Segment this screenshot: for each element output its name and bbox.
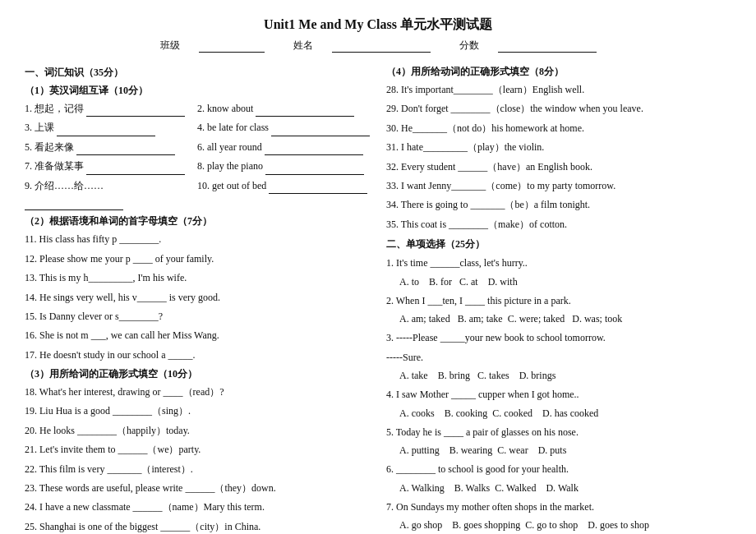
vocab-item-3: 3. 上课 <box>25 119 197 136</box>
letter-item-16: 16. She is not m ___, we can call her Mi… <box>25 327 370 343</box>
vocab-item-9: 9. 介绍……给…… <box>25 177 197 211</box>
page-title: Unit1 Me and My Class 单元水平测试题 <box>25 16 731 34</box>
verb-item-24: 24. I have a new classmate ______（name）M… <box>25 499 370 515</box>
vocab-item-10: 10. get out of bed <box>197 177 370 211</box>
sub2-title: （2）根据语境和单词的首字母填空（7分） <box>25 214 370 228</box>
class-label: 班级 <box>160 39 180 51</box>
left-column: 一、词汇知识（35分） （1）英汉词组互译（10分） 1. 想起，记得 2. k… <box>25 61 378 534</box>
mcq-6-opts: A. Walking B. Walks C. Walked D. Walk <box>399 481 731 496</box>
header-info: 班级 姓名 分数 <box>25 39 731 53</box>
fill-item-30: 30. He_______（not do）his homework at hom… <box>386 120 731 136</box>
sub1-title: （1）英汉词组互译（10分） <box>25 84 370 98</box>
vocab-item-2: 2. know about <box>197 100 370 117</box>
mcq-3-opts: A. take B. bring C. takes D. brings <box>399 368 731 384</box>
sub3-title: （3）用所给词的正确形式填空（10分） <box>25 367 370 381</box>
fill-item-28: 28. It's important________（learn）English… <box>386 81 731 98</box>
vocab-item-7: 7. 准备做某事 <box>25 158 197 174</box>
verb-item-22: 22. This film is very _______（interest）. <box>25 461 370 477</box>
mcq-1-q: 1. It's time ______class, let's hurry.. <box>386 255 731 271</box>
mcq-1-opts: A. to B. for C. at D. with <box>399 274 731 290</box>
score-value <box>498 41 597 53</box>
mcq-5-q: 5. Today he is ____ a pair of glasses on… <box>386 424 731 440</box>
mcq-7-q: 7. On Sundays my mother often shops in t… <box>386 499 731 515</box>
mcq-2-opts: A. am; taked B. am; take C. were; taked … <box>399 311 731 327</box>
letter-item-13: 13. This is my h_________, I'm his wife. <box>25 269 370 286</box>
right-column: （4）用所给动词的正确形式填空（8分） 28. It's important__… <box>378 61 731 534</box>
mcq-6-q: 6. ________ to school is good for your h… <box>386 461 731 477</box>
fill-item-34: 34. There is going to _______（be）a film … <box>386 196 731 213</box>
vocab-row-5: 9. 介绍……给…… 10. get out of bed <box>25 177 370 211</box>
vocab-row-1: 1. 想起，记得 2. know about <box>25 100 370 117</box>
vocab-row-2: 3. 上课 4. be late for class <box>25 119 370 136</box>
vocab-row-4: 7. 准备做某事 8. play the piano <box>25 158 370 174</box>
letter-item-15: 15. Is Danny clever or s________? <box>25 308 370 325</box>
verb-item-20: 20. He looks ________（happily）today. <box>25 422 370 439</box>
fill-item-35: 35. This coat is ________（make）of cotton… <box>386 216 731 232</box>
score-label: 分数 <box>459 39 479 51</box>
mcq-7-opts: A. go shop B. goes shopping C. go to sho… <box>399 518 731 533</box>
mcq-3-sure: -----Sure. <box>386 349 731 366</box>
sub4-title: （4）用所给动词的正确形式填空（8分） <box>386 65 731 79</box>
fill-item-29: 29. Don't forget ________（close）the wind… <box>386 100 731 117</box>
verb-item-19: 19. Liu Hua is a good ________（sing）. <box>25 403 370 419</box>
section2-title: 二、单项选择（25分） <box>386 237 731 251</box>
name-value <box>332 41 431 53</box>
vocab-item-4: 4. be late for class <box>197 119 370 136</box>
section1-title: 一、词汇知识（35分） <box>25 66 370 80</box>
fill-item-33: 33. I want Jenny_______（come）to my party… <box>386 177 731 194</box>
verb-item-23: 23. These words are useful, please write… <box>25 480 370 496</box>
mcq-3-q: 3. -----Please _____your new book to sch… <box>386 329 731 346</box>
vocab-item-8: 8. play the piano <box>197 158 370 174</box>
verb-item-18: 18. What's her interest, drawing or ____… <box>25 384 370 400</box>
mcq-2-q: 2. When I ___ten, I ____ this picture in… <box>386 292 731 309</box>
letter-item-17: 17. He doesn't study in our school a ___… <box>25 347 370 363</box>
letter-item-12: 12. Please show me your p ____ of your f… <box>25 251 370 267</box>
name-label: 姓名 <box>293 39 313 51</box>
vocab-item-6: 6. all year round <box>197 139 370 155</box>
fill-item-32: 32. Every student ______（have）an English… <box>386 159 731 175</box>
mcq-4-q: 4. I saw Mother _____ cupper when I got … <box>386 386 731 403</box>
mcq-5-opts: A. putting B. wearing C. wear D. puts <box>399 443 731 458</box>
mcq-4-opts: A. cooks B. cooking C. cooked D. has coo… <box>399 406 731 421</box>
class-value <box>199 41 265 53</box>
verb-item-21: 21. Let's invite them to ______（we）party… <box>25 441 370 458</box>
vocab-item-5: 5. 看起来像 <box>25 139 197 155</box>
letter-item-14: 14. He sings very well, his v______ is v… <box>25 289 370 306</box>
vocab-item-1: 1. 想起，记得 <box>25 100 197 117</box>
fill-item-31: 31. I hate_________（play）the violin. <box>386 139 731 155</box>
verb-item-25: 25. Shanghai is one of the biggest _____… <box>25 518 370 534</box>
vocab-row-3: 5. 看起来像 6. all year round <box>25 139 370 155</box>
letter-item-11: 11. His class has fifty p ________. <box>25 231 370 247</box>
main-content: 一、词汇知识（35分） （1）英汉词组互译（10分） 1. 想起，记得 2. k… <box>25 61 731 534</box>
